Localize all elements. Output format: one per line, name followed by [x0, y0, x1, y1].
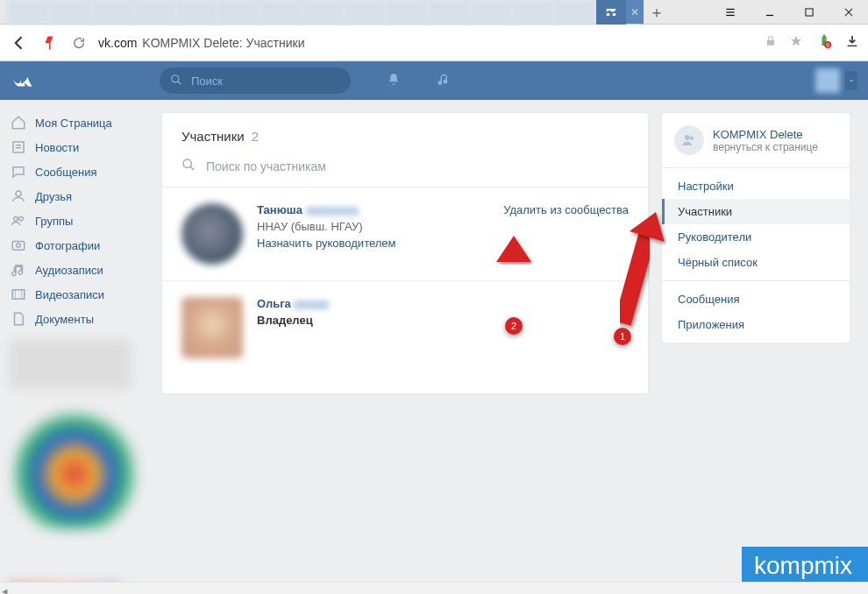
window-minimize-button[interactable]	[750, 0, 789, 24]
tab-blurred[interactable]	[91, 0, 133, 25]
ad-blurred	[13, 407, 136, 529]
lock-icon	[765, 35, 777, 50]
tab-blurred[interactable]	[260, 0, 302, 25]
member-avatar[interactable]	[181, 203, 243, 265]
chevron-down-icon	[845, 71, 857, 90]
svg-rect-1	[726, 11, 734, 12]
browser-menu-button[interactable]	[710, 0, 750, 24]
yandex-logo[interactable]	[39, 32, 60, 53]
back-button[interactable]	[9, 32, 30, 53]
vk-search-input[interactable]	[189, 74, 340, 88]
tab-blurred[interactable]	[512, 0, 554, 25]
settings-menu: НастройкиУчастникиРуководителиЧёрный спи…	[662, 167, 850, 343]
extension-icon[interactable]: 9	[815, 32, 833, 53]
group-settings-panel: KOMPMIX Delete вернуться к странице Наст…	[661, 112, 850, 343]
vk-logo[interactable]	[11, 69, 49, 92]
tab-blurred[interactable]	[302, 0, 344, 25]
back-to-page-link[interactable]: вернуться к странице	[713, 141, 818, 153]
svg-point-17	[16, 191, 21, 196]
window-maximize-button[interactable]	[789, 0, 829, 24]
nav-item-video[interactable]: Видеозаписи	[0, 282, 149, 307]
member-avatar[interactable]	[181, 297, 243, 358]
member-name-link[interactable]: Ольга	[257, 297, 329, 310]
tabs-area: ✕ ＋	[0, 0, 710, 24]
svg-point-21	[17, 244, 21, 248]
svg-line-26	[190, 166, 194, 170]
nav-label: Сообщения	[35, 166, 97, 179]
video-icon	[11, 286, 26, 302]
nav-label: Новости	[35, 141, 79, 154]
tab-blurred[interactable]	[7, 0, 49, 25]
scroll-left-arrow[interactable]: ◂	[2, 584, 11, 593]
tab-blurred[interactable]	[386, 0, 428, 25]
window-close-button[interactable]	[829, 0, 868, 24]
nav-label: Документы	[35, 313, 94, 326]
friends-icon	[11, 188, 26, 204]
svg-point-18	[14, 217, 18, 222]
nav-item-msg[interactable]: Сообщения	[0, 159, 149, 184]
svg-rect-3	[765, 14, 772, 15]
vk-sidebar: Моя СтраницаНовостиСообщенияДрузьяГруппы…	[0, 100, 149, 594]
music-icon[interactable]	[437, 72, 452, 90]
group-avatar-icon	[674, 125, 704, 155]
horizontal-scrollbar[interactable]: ◂	[0, 582, 868, 594]
bookmark-star-icon[interactable]	[789, 34, 803, 51]
tab-blurred[interactable]	[470, 0, 512, 25]
group-title-link[interactable]: KOMPMIX Delete	[713, 128, 818, 141]
remove-from-community-link[interactable]: Удалить из сообщества	[503, 203, 629, 265]
news-icon	[11, 139, 26, 155]
settings-menu-item[interactable]: Сообщения	[662, 286, 850, 312]
tab-blurred[interactable]	[554, 0, 596, 25]
tab-blurred[interactable]	[217, 0, 260, 25]
settings-menu-item[interactable]: Настройки	[662, 173, 850, 199]
downloads-icon[interactable]	[845, 34, 859, 51]
nav-item-photos[interactable]: Фотографии	[0, 233, 149, 258]
svg-point-27	[685, 135, 690, 140]
new-tab-button[interactable]: ＋	[644, 0, 670, 24]
tab-blurred[interactable]	[133, 0, 175, 25]
card-title-row: Участники 2	[162, 113, 648, 152]
msg-icon	[11, 164, 26, 180]
members-count: 2	[252, 129, 259, 144]
member-name-link[interactable]: Танюша	[257, 203, 359, 216]
notifications-icon[interactable]	[386, 72, 402, 90]
reload-button[interactable]	[68, 32, 89, 53]
url-title: KOMPMIX Delete: Участники	[142, 36, 304, 50]
nav-item-news[interactable]: Новости	[0, 135, 149, 159]
assign-admin-link[interactable]: Назначить руководителем	[257, 237, 489, 250]
tab-blurred[interactable]	[344, 0, 386, 25]
members-search[interactable]	[162, 152, 648, 187]
svg-line-13	[178, 81, 181, 84]
home-icon	[11, 115, 26, 131]
svg-rect-20	[12, 242, 25, 251]
nav-item-audio[interactable]: Аудиозаписи	[0, 258, 149, 282]
svg-rect-2	[726, 14, 734, 15]
tab-blurred[interactable]	[428, 0, 470, 25]
tab-close-button[interactable]: ✕	[626, 0, 644, 24]
audio-icon	[11, 262, 26, 278]
user-menu[interactable]	[815, 68, 857, 93]
svg-point-12	[172, 74, 179, 81]
nav-item-groups[interactable]: Группы	[0, 209, 149, 233]
settings-menu-item[interactable]: Чёрный список	[662, 250, 850, 275]
vk-search-box[interactable]	[160, 67, 351, 94]
tab-active-vk[interactable]	[596, 0, 626, 25]
tab-blurred[interactable]	[175, 0, 217, 25]
settings-menu-item[interactable]: Участники	[662, 199, 850, 224]
svg-rect-11	[848, 46, 857, 46]
nav-item-docs[interactable]: Документы	[0, 307, 149, 331]
nav-item-home[interactable]: Моя Страница	[0, 110, 149, 135]
settings-menu-item[interactable]: Руководители	[662, 224, 850, 250]
nav-label: Аудиозаписи	[35, 264, 103, 277]
vk-header	[0, 61, 868, 100]
url-display[interactable]: vk.com KOMPMIX Delete: Участники	[98, 36, 756, 50]
members-search-input[interactable]	[204, 159, 629, 174]
nav-label: Фотографии	[35, 239, 100, 252]
svg-rect-0	[726, 8, 734, 9]
members-card: Участники 2 Танюша ННАУ (бывш. НГАУ) Наз…	[161, 112, 649, 394]
tab-blurred[interactable]	[49, 0, 91, 25]
nav-item-friends[interactable]: Друзья	[0, 184, 149, 209]
settings-menu-item[interactable]: Приложения	[662, 312, 850, 337]
owner-badge: Владелец	[257, 314, 629, 327]
svg-point-25	[183, 159, 191, 167]
